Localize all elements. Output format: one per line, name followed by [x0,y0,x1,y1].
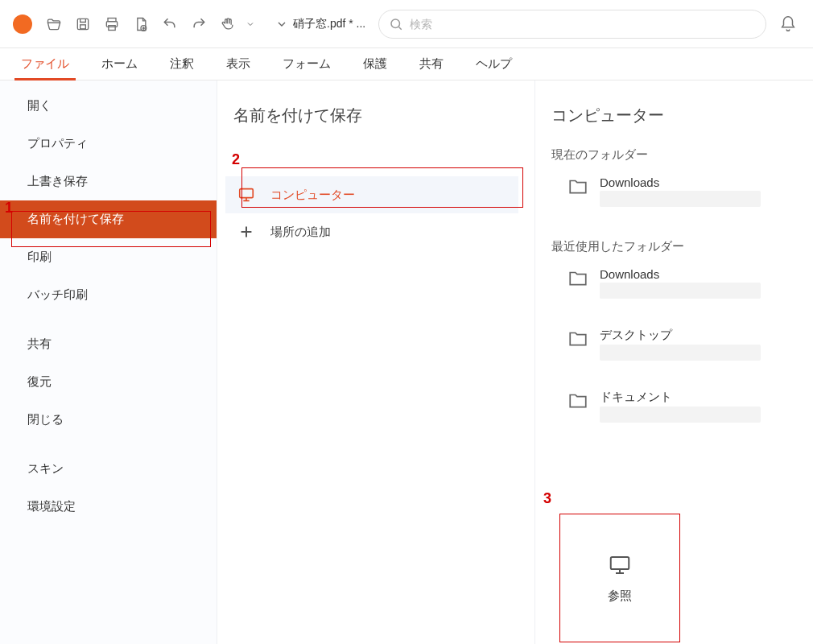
browse-button[interactable]: 参照 [559,514,680,642]
ribbon-tab-label: 注釈 [170,56,194,72]
location-label: コンピューター [270,188,355,203]
file-menu-label: 復元 [27,374,52,388]
ribbon: ファイル ホーム 注釈 表示 フォーム 保護 共有 ヘルプ [0,48,813,80]
ribbon-tab-label: 表示 [226,56,250,72]
svg-point-6 [391,19,400,28]
folder-text: ドキュメント [600,390,761,423]
ribbon-tab-label: 保護 [363,56,387,72]
folder-text: Downloads [600,175,761,207]
recent-folders-label: 最近使用したフォルダー [551,239,797,254]
ribbon-tab-view[interactable]: 表示 [210,48,266,80]
save-as-title: 名前を付けて保存 [217,105,534,126]
file-menu: 開く プロパティ 上書き保存 名前を付けて保存 印刷 バッチ印刷 共有 復元 閉… [0,80,217,644]
monitor-icon [237,185,256,204]
file-menu-label: 開く [27,98,52,112]
ribbon-tab-label: ファイル [21,56,69,72]
svg-rect-4 [109,25,115,30]
folder-text: デスクトップ [600,328,761,361]
chevron-down-icon [275,18,288,31]
svg-rect-0 [77,19,88,29]
file-menu-label: 印刷 [27,250,52,263]
file-menu-preferences[interactable]: 環境設定 [0,488,217,526]
folder-name: Downloads [600,267,761,281]
svg-rect-1 [80,24,86,28]
file-menu-label: バッチ印刷 [27,287,88,301]
folder-panel-title: コンピューター [551,105,797,126]
ribbon-tab-label: フォーム [283,56,331,72]
redo-icon[interactable] [185,10,213,38]
folder-path-placeholder [600,407,761,423]
hand-tool-icon[interactable] [214,10,241,38]
folder-name: ドキュメント [600,390,761,405]
file-menu-label: 閉じる [27,412,64,426]
file-menu-label: プロパティ [27,136,88,150]
folder-icon [567,329,588,347]
undo-icon[interactable] [156,10,184,38]
svg-rect-7 [240,189,254,198]
print-icon[interactable] [98,10,126,38]
folder-icon [567,177,588,195]
file-menu-open[interactable]: 開く [0,87,217,125]
folder-path-placeholder [600,345,761,361]
folder-panel: コンピューター 現在のフォルダー Downloads 最近使用したフォルダー D… [535,80,813,644]
recent-folder-item[interactable]: デスクトップ [551,321,797,361]
file-menu-label: スキン [27,461,64,475]
ribbon-tab-home[interactable]: ホーム [85,48,154,80]
notifications-icon[interactable] [774,10,802,38]
document-name[interactable]: 硝子窓.pdf * ... [269,17,372,31]
svg-rect-8 [611,557,629,569]
save-icon[interactable] [69,10,97,38]
save-as-locations: コンピューター 場所の追加 [217,176,534,250]
file-menu-save[interactable]: 上書き保存 [0,163,217,200]
ribbon-tab-protect[interactable]: 保護 [347,48,403,80]
file-menu-label: 共有 [27,336,52,350]
monitor-icon [606,553,633,577]
ribbon-tab-comment[interactable]: 注釈 [154,48,210,80]
ribbon-tab-help[interactable]: ヘルプ [460,48,528,80]
main-area: 開く プロパティ 上書き保存 名前を付けて保存 印刷 バッチ印刷 共有 復元 閉… [0,80,813,644]
search-input[interactable] [410,18,756,31]
open-file-icon[interactable] [40,10,68,38]
document-name-label: 硝子窓.pdf * ... [293,17,365,31]
save-as-panel: 名前を付けて保存 コンピューター 場所の追加 2 [217,80,535,644]
callout-2: 2 [232,151,240,168]
file-menu-save-as[interactable]: 名前を付けて保存 [0,200,217,238]
folder-name: デスクトップ [600,328,761,343]
file-menu-share[interactable]: 共有 [0,325,217,363]
browse-label: 参照 [608,588,632,604]
app-logo [13,14,32,34]
ribbon-tab-label: ヘルプ [476,56,512,72]
folder-name: Downloads [600,175,761,189]
file-menu-properties[interactable]: プロパティ [0,125,217,163]
file-menu-batch-print[interactable]: バッチ印刷 [0,276,217,314]
ribbon-tab-file[interactable]: ファイル [5,48,85,80]
file-menu-label: 環境設定 [27,499,76,513]
folder-text: Downloads [600,267,761,299]
folder-path-placeholder [600,283,761,299]
recent-folder-item[interactable]: Downloads [551,261,797,299]
search-icon [389,17,403,31]
folder-path-placeholder [600,191,761,207]
location-label: 場所の追加 [270,225,331,240]
ribbon-tab-form[interactable]: フォーム [266,48,347,80]
file-menu-revert[interactable]: 復元 [0,363,217,401]
page-add-icon[interactable] [127,10,155,38]
file-menu-print[interactable]: 印刷 [0,238,217,276]
current-folder-item[interactable]: Downloads [551,169,797,207]
ribbon-tab-label: 共有 [419,56,444,72]
callout-3: 3 [543,490,551,507]
chevron-down-icon[interactable] [243,10,258,38]
plus-icon [237,222,256,242]
toolbar: 硝子窓.pdf * ... [0,0,813,48]
ribbon-tab-share[interactable]: 共有 [403,48,460,80]
file-menu-close[interactable]: 閉じる [0,401,217,439]
file-menu-label: 上書き保存 [27,174,88,188]
folder-icon [567,269,588,287]
current-folder-label: 現在のフォルダー [551,147,797,163]
save-as-location-computer[interactable]: コンピューター [225,176,518,213]
save-as-location-add-place[interactable]: 場所の追加 [225,213,518,250]
file-menu-skin[interactable]: スキン [0,450,217,488]
recent-folder-item[interactable]: ドキュメント [551,383,797,423]
folder-icon [567,391,588,409]
search-box[interactable] [378,10,766,39]
